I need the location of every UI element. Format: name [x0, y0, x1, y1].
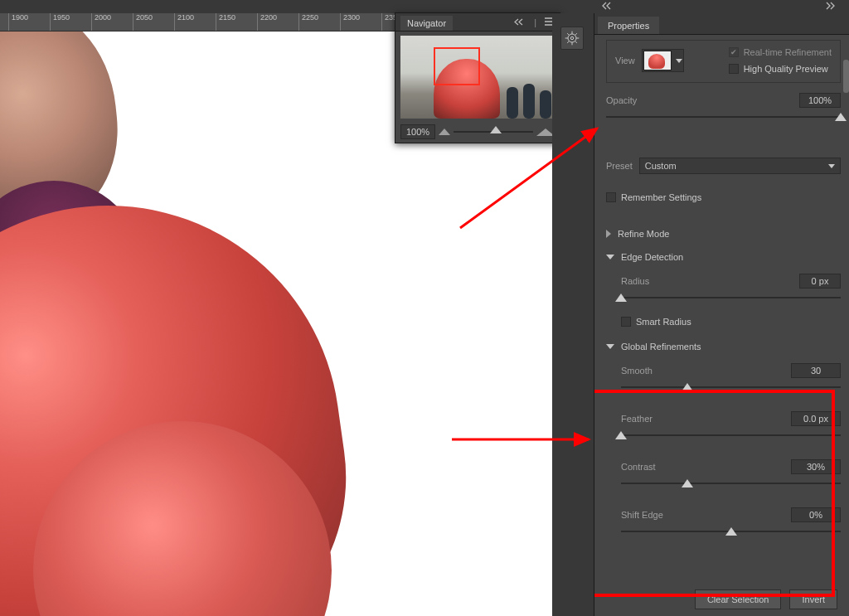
smart-radius-checkbox[interactable]: Smart Radius — [621, 317, 691, 327]
opacity-label: Opacity — [606, 95, 637, 105]
chevron-down-icon — [606, 344, 614, 349]
properties-tab[interactable]: Properties — [598, 17, 659, 34]
ruler-tick: 2100 — [174, 13, 194, 32]
feather-slider[interactable] — [621, 429, 841, 443]
properties-panel: Properties View Real-time Refinement Hig… — [594, 13, 849, 616]
chevron-down-icon — [676, 59, 682, 63]
navigator-zoom-input[interactable] — [400, 124, 435, 139]
radius-slider[interactable] — [621, 292, 841, 305]
contrast-label: Contrast — [621, 462, 656, 472]
svg-point-1 — [570, 36, 573, 39]
view-thumbnail — [643, 51, 672, 70]
invert-button[interactable]: Invert — [789, 589, 837, 609]
feather-label: Feather — [621, 414, 653, 424]
chevron-down-icon — [828, 164, 835, 168]
view-label: View — [615, 56, 635, 65]
ruler-tick: 2150 — [216, 13, 235, 32]
feather-value[interactable]: 0.0 px — [791, 411, 841, 426]
high-quality-preview-checkbox[interactable]: High Quality Preview — [729, 64, 832, 74]
scrollbar[interactable] — [843, 60, 849, 93]
zoom-out-icon[interactable] — [439, 129, 450, 135]
navigator-zoom-slider[interactable] — [454, 124, 533, 139]
canvas-zone: 1900195020002050210021502200225023002350… — [0, 13, 552, 616]
ruler-tick: 1900 — [8, 13, 28, 32]
refine-mode-section[interactable]: Refine Mode — [606, 229, 841, 239]
collapse-right-panel-icon[interactable] — [601, 2, 614, 12]
contrast-slider[interactable] — [621, 478, 841, 491]
ruler-tick: 2000 — [91, 13, 111, 32]
global-refinements-section[interactable]: Global Refinements — [606, 342, 841, 352]
contrast-value[interactable]: 30% — [791, 459, 841, 474]
chevron-down-icon — [606, 255, 614, 259]
navigator-viewbox[interactable] — [434, 47, 480, 85]
realtime-refinement-checkbox[interactable]: Real-time Refinement — [729, 47, 832, 57]
ship-wheel-icon[interactable] — [560, 27, 584, 50]
ruler-tick: 1950 — [50, 13, 70, 32]
remember-settings-checkbox[interactable]: Remember Settings — [606, 192, 701, 202]
preset-select[interactable]: Custom — [639, 158, 841, 174]
navigator-panel[interactable]: Navigator | — [395, 12, 560, 143]
navigator-thumbnail[interactable] — [400, 36, 555, 119]
view-group: View Real-time Refinement High Quality P… — [606, 40, 841, 83]
subject-cutout — [0, 32, 357, 616]
panel-collapse-icon[interactable] — [514, 17, 526, 27]
opacity-value[interactable]: 100% — [799, 93, 841, 108]
smooth-value[interactable]: 30 — [791, 363, 841, 378]
ruler-tick: 2050 — [133, 13, 153, 32]
shift-edge-value[interactable]: 0% — [791, 507, 841, 522]
preset-label: Preset — [606, 161, 633, 171]
clear-selection-button[interactable]: Clear Selection — [695, 589, 782, 609]
navigator-tab[interactable]: Navigator — [400, 16, 453, 31]
smooth-label: Smooth — [621, 366, 653, 376]
ruler-tick: 2200 — [257, 13, 277, 32]
smooth-slider[interactable] — [621, 381, 841, 395]
opacity-slider[interactable] — [606, 111, 841, 124]
chevron-right-icon — [606, 230, 611, 238]
shift-edge-label: Shift Edge — [621, 510, 663, 520]
ruler-tick: 2250 — [298, 13, 318, 32]
radius-label: Radius — [621, 276, 649, 286]
radius-value[interactable]: 0 px — [799, 274, 841, 289]
shift-edge-slider[interactable] — [621, 526, 841, 539]
view-mode-dropdown[interactable] — [642, 49, 684, 72]
ruler-tick: 2300 — [340, 13, 360, 32]
edge-detection-section[interactable]: Edge Detection — [606, 252, 841, 262]
collapse-panels-icon[interactable] — [826, 2, 839, 12]
